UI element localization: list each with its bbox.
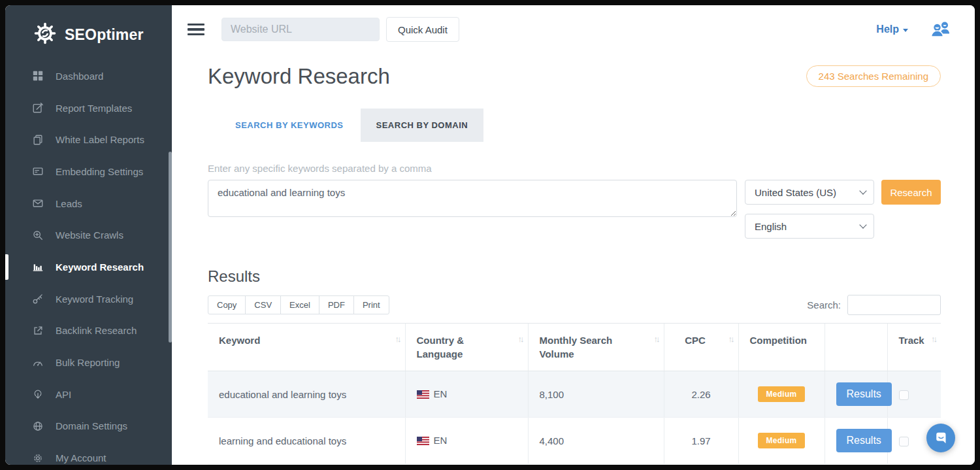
help-label: Help (876, 24, 899, 35)
country-cell: EN (405, 371, 528, 418)
keywords-input-label: Enter any specific keywords separated by… (208, 163, 941, 174)
sort-icon[interactable] (654, 333, 659, 345)
action-cell: Results (825, 418, 887, 464)
sort-icon[interactable] (395, 333, 400, 345)
gauge-icon (31, 356, 44, 369)
cpc-cell: 1.97 (664, 418, 738, 464)
sidebar-item-bulk-reporting[interactable]: Bulk Reporting (5, 346, 172, 378)
copy-button[interactable]: Copy (208, 295, 246, 314)
website-url-input[interactable] (221, 18, 380, 41)
search-mode-tabs: SEARCH BY KEYWORDS SEARCH BY DOMAIN (220, 109, 941, 142)
help-dropdown[interactable]: Help (876, 24, 908, 35)
table-header-row: Keyword Country & Language Monthly Searc… (208, 324, 941, 371)
results-heading: Results (208, 267, 941, 286)
column-header-track[interactable]: Track (887, 324, 941, 371)
excel-button[interactable]: Excel (280, 295, 319, 314)
main-area: Quick Audit Help (172, 5, 975, 465)
sidebar-item-domain-settings[interactable]: Domain Settings (5, 411, 172, 443)
column-header-competition[interactable]: Competition (738, 324, 825, 371)
csv-button[interactable]: CSV (245, 295, 281, 314)
tab-search-by-keywords[interactable]: SEARCH BY KEYWORDS (220, 109, 359, 142)
chat-widget-button[interactable] (926, 424, 955, 452)
results-button[interactable]: Results (836, 382, 892, 406)
country-cell: EN (405, 418, 528, 464)
export-button-group: Copy CSV Excel PDF Print (208, 295, 389, 314)
results-button[interactable]: Results (836, 429, 892, 452)
bar-chart-icon (31, 260, 44, 273)
sidebar-item-label: My Account (56, 452, 106, 463)
sidebar-item-label: Domain Settings (56, 420, 127, 431)
research-button[interactable]: Research (881, 180, 941, 205)
cloud-download-icon (31, 388, 44, 401)
language-select-wrap: English (745, 214, 874, 239)
content-area: Keyword Research 243 Searches Remaining … (172, 54, 975, 465)
sidebar-item-label: Keyword Tracking (56, 294, 133, 305)
quick-audit-button[interactable]: Quick Audit (386, 17, 459, 42)
keyword-cell: learning and educational toys (208, 418, 405, 464)
sidebar-item-label: Website Crawls (56, 229, 123, 241)
language-select[interactable]: English (745, 214, 874, 239)
print-button[interactable]: Print (353, 295, 389, 314)
dashboard-icon (31, 69, 44, 82)
us-flag-icon (417, 390, 429, 401)
sidebar-item-my-account[interactable]: My Account (5, 442, 172, 465)
competition-badge: Medium (758, 386, 804, 402)
sort-icon[interactable] (518, 333, 523, 345)
table-search-input[interactable] (847, 295, 941, 315)
sidebar-item-backlink-research[interactable]: Backlink Research (5, 315, 172, 347)
sidebar-item-label: Bulk Reporting (56, 357, 120, 368)
sidebar-item-dashboard[interactable]: Dashboard (5, 60, 172, 92)
sidebar-item-embedding-settings[interactable]: Embedding Settings (5, 156, 172, 188)
sidebar-item-keyword-tracking[interactable]: Keyword Tracking (5, 283, 172, 315)
column-header-country-language[interactable]: Country & Language (405, 324, 528, 371)
envelope-icon (31, 197, 44, 210)
sidebar-nav: Dashboard Report Templates White Label R… (5, 60, 172, 465)
table-search-label: Search: (807, 299, 841, 311)
globe-icon (31, 420, 44, 433)
sidebar-item-label: Report Templates (56, 103, 132, 114)
users-icon[interactable] (929, 20, 951, 39)
page-title: Keyword Research (208, 64, 390, 89)
us-flag-icon (417, 436, 429, 447)
country-select[interactable]: United States (US) (745, 180, 874, 205)
sidebar-item-label: Backlink Research (56, 325, 137, 336)
brand-name: SEOptimer (65, 26, 144, 44)
column-header-keyword[interactable]: Keyword (208, 324, 405, 371)
table-row: educational and learning toys EN 8,100 2… (208, 371, 941, 418)
track-checkbox[interactable] (899, 437, 909, 446)
track-cell (887, 371, 941, 418)
sidebar-item-white-label-reports[interactable]: White Label Reports (5, 124, 172, 156)
topbar: Quick Audit Help (172, 5, 975, 54)
competition-badge: Medium (758, 433, 804, 448)
column-header-monthly-search-volume[interactable]: Monthly Search Volume (528, 324, 664, 371)
sort-icon[interactable] (931, 333, 936, 345)
sidebar-item-label: Leads (56, 198, 82, 209)
column-header-cpc[interactable]: CPC (664, 324, 738, 371)
table-row: learning and educational toys EN 4,400 1… (208, 418, 941, 464)
copy-pages-icon (31, 133, 44, 146)
sidebar-item-label: Keyword Research (56, 261, 144, 273)
sidebar-item-label: White Label Reports (56, 134, 144, 145)
keyword-cell: educational and learning toys (208, 371, 405, 418)
column-header-actions (825, 324, 887, 371)
gear-icon (31, 452, 44, 465)
cpc-cell: 2.26 (664, 371, 738, 418)
sidebar-item-leads[interactable]: Leads (5, 188, 172, 220)
app-window: SEOptimer Dashboard Report Templates Whi… (5, 5, 975, 465)
sidebar-item-website-crawls[interactable]: Website Crawls (5, 219, 172, 251)
sidebar-item-report-templates[interactable]: Report Templates (5, 92, 172, 124)
embed-card-icon (31, 165, 44, 178)
keywords-textarea[interactable]: educational and learning toys (208, 180, 737, 217)
sidebar-item-api[interactable]: API (5, 378, 172, 411)
sort-icon[interactable] (728, 333, 733, 345)
searches-remaining-badge: 243 Searches Remaining (806, 65, 941, 87)
seoptimer-logo[interactable]: SEOptimer (5, 5, 172, 48)
external-link-icon (31, 324, 44, 337)
hamburger-menu-icon[interactable] (188, 24, 204, 36)
sidebar-item-keyword-research[interactable]: Keyword Research (5, 251, 172, 283)
tab-search-by-domain[interactable]: SEARCH BY DOMAIN (361, 109, 484, 142)
pdf-button[interactable]: PDF (319, 295, 354, 314)
sidebar: SEOptimer Dashboard Report Templates Whi… (5, 5, 172, 465)
track-checkbox[interactable] (899, 390, 909, 400)
edit-document-icon (31, 101, 44, 114)
